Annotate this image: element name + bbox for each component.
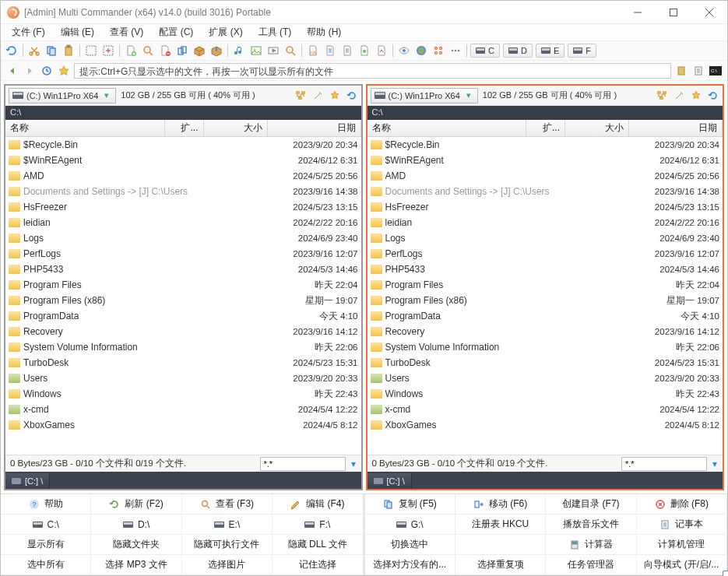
music-icon[interactable] [231,43,247,58]
star-icon[interactable] [690,90,702,102]
color-icon[interactable] [413,43,429,58]
file-row[interactable]: System Volume Information昨天 22:06 [368,339,723,355]
drive-chip-c[interactable]: C [470,44,500,58]
file-row[interactable]: PHP54332024/5/3 14:46 [5,262,361,277]
terminal-icon[interactable]: C:\ [709,64,723,78]
cmd-button[interactable]: ?帮助 [1,494,91,515]
menu-item[interactable]: 帮助 (H) [302,24,346,40]
cmd-button[interactable]: 向导模式 (开/启/... [637,555,727,575]
tree-icon[interactable] [656,90,668,102]
panel-tab[interactable]: [C:] \ [5,473,50,489]
rename-icon[interactable] [174,43,190,58]
col-size[interactable]: 大小 [565,120,629,136]
refresh-icon[interactable] [4,43,19,58]
cmd-button[interactable]: 选择对方没有的... [365,555,455,575]
cmd-button[interactable]: 注册表 HKCU [455,515,546,535]
doc1-icon[interactable]: KB [305,43,321,58]
menu-item[interactable]: 查看 (V) [105,24,148,40]
col-size[interactable]: 大小 [204,120,268,136]
file-row[interactable]: $WinREAgent2024/6/12 6:31 [5,153,361,168]
file-row[interactable]: $Recycle.Bin2023/9/20 20:34 [368,137,723,153]
drive-chip-d[interactable]: D [503,44,533,58]
cmd-button[interactable]: E:\ [182,515,273,535]
cmd-button[interactable]: 隐藏文件夹 [91,535,181,555]
copy-icon[interactable] [44,43,59,58]
cmd-button[interactable]: 隐藏 DLL 文件 [273,535,364,555]
file-row[interactable]: Recovery2023/9/16 14:12 [368,324,723,339]
file-row[interactable]: Program Files (x86)星期一 19:07 [5,293,361,308]
file-row[interactable]: PerfLogs2023/9/16 12:07 [368,246,723,262]
back-button[interactable] [5,64,19,78]
new-file-icon[interactable] [123,43,139,58]
cmd-button[interactable]: 刷新 (F2) [91,494,181,515]
cmd-button[interactable]: 移动 (F6) [455,494,546,515]
file-row[interactable]: Windows昨天 22:43 [368,386,723,402]
doc5-icon[interactable] [374,43,389,58]
file-row[interactable]: ProgramData今天 4:10 [368,308,723,324]
menu-item[interactable]: 文件 (F) [7,24,50,40]
file-row[interactable]: $WinREAgent2024/6/12 6:31 [368,153,723,168]
hash-icon[interactable] [431,43,446,58]
panel-tab[interactable]: [C:] \ [368,473,412,489]
paste-icon[interactable] [61,43,76,58]
unbox-icon[interactable] [209,43,224,58]
close-button[interactable] [691,1,727,24]
refresh-panel-icon[interactable] [707,90,719,102]
cmd-button[interactable]: 复制 (F5) [365,494,455,515]
more-icon[interactable] [448,43,463,58]
history-button[interactable] [40,64,54,78]
minimize-button[interactable] [620,1,656,24]
file-row[interactable]: Program Files (x86)星期一 19:07 [368,293,723,308]
refresh-panel-icon[interactable] [346,90,358,102]
path-bar[interactable]: C:\ [368,106,723,120]
cmd-button[interactable]: 查看 (F3) [182,494,273,515]
file-row[interactable]: Windows昨天 22:43 [5,386,361,402]
cmd-button[interactable]: 隐藏可执行文件 [182,535,273,555]
doc3-icon[interactable] [339,43,355,58]
book-icon[interactable] [691,64,705,78]
file-row[interactable]: AMD2024/5/25 20:56 [5,168,361,184]
col-ext[interactable]: 扩... [526,120,565,136]
file-row[interactable]: HsFreezer2024/5/23 13:15 [5,199,361,215]
cmd-button[interactable]: 选择重复项 [455,555,546,575]
menu-item[interactable]: 扩展 (X) [204,24,247,40]
drive-chip-f[interactable]: F [568,44,596,58]
doc4-icon[interactable] [357,43,372,58]
file-row[interactable]: ProgramData今天 4:10 [5,308,361,324]
video-icon[interactable] [266,43,281,58]
col-name[interactable]: 名称 [5,120,165,136]
cmd-button[interactable]: 删除 (F8) [637,494,727,515]
file-row[interactable]: System Volume Information昨天 22:06 [5,339,361,355]
path-bar[interactable]: C:\ [5,106,361,120]
image-icon[interactable] [248,43,264,58]
file-list[interactable]: $Recycle.Bin2023/9/20 20:34$WinREAgent20… [368,137,723,455]
delete-icon[interactable] [157,43,173,58]
cut-icon[interactable] [26,43,42,58]
forward-button[interactable] [23,64,37,78]
cmd-button[interactable]: 记事本 [637,515,727,535]
doc2-icon[interactable] [322,43,338,58]
select-icon[interactable] [83,43,99,58]
drive-picker[interactable]: (C:) Win11Pro X64 ▾ [371,88,478,104]
filter-input[interactable] [621,457,707,471]
drive-chip-e[interactable]: E [536,44,564,58]
drive-picker[interactable]: (C:) Win11Pro X64 ▾ [9,88,116,104]
file-row[interactable]: Documents and Settings -> [J] C:\Users20… [368,184,723,199]
file-row[interactable]: PerfLogs2023/9/16 12:07 [5,246,361,262]
file-row[interactable]: Logs2024/6/9 23:40 [5,230,361,246]
eye-icon[interactable] [396,43,412,58]
filter-input[interactable] [260,457,346,471]
file-row[interactable]: PHP54332024/5/3 14:46 [368,262,723,277]
wand-icon[interactable] [311,90,324,102]
cmd-button[interactable]: F:\ [273,515,364,535]
file-row[interactable]: Recovery2023/9/16 14:12 [5,324,361,339]
file-row[interactable]: HsFreezer2024/5/23 13:15 [368,199,723,215]
cmd-button[interactable]: 选中所有 [1,555,91,575]
cmd-button[interactable]: 计算机管理 [637,535,727,555]
col-ext[interactable]: 扩... [165,120,204,136]
search2-icon[interactable] [283,43,298,58]
file-row[interactable]: XboxGames2024/4/5 8:12 [5,417,361,433]
expand-icon[interactable] [100,43,116,58]
file-row[interactable]: TurboDesk2024/5/23 15:31 [368,355,723,371]
cmd-button[interactable]: 任务管理器 [546,555,636,575]
